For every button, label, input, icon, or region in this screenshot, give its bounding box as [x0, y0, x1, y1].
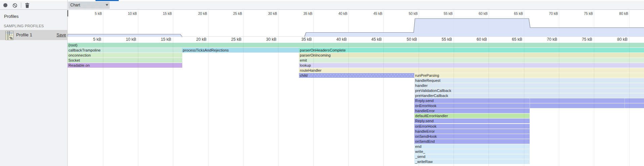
svg-text:%: %	[10, 36, 13, 40]
